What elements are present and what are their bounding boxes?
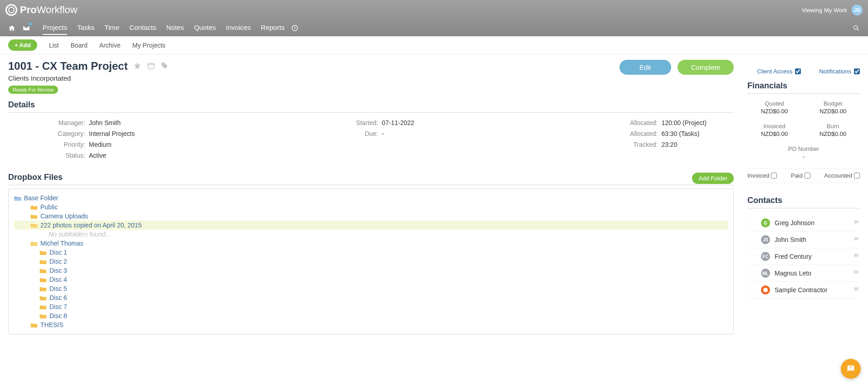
drag-handle-icon[interactable]: ⋮⋮: [747, 287, 756, 293]
folder-name: Public: [40, 203, 58, 211]
subnav-board[interactable]: Board: [71, 42, 88, 49]
nav-link-time[interactable]: Time: [105, 21, 120, 35]
home-icon[interactable]: [5, 22, 18, 34]
detail-row: Started:07-11-2022: [346, 119, 414, 126]
financial-check-paid[interactable]: Paid: [791, 172, 810, 179]
navbar: ProjectsTasksTimeContactsNotesQuotesInvo…: [0, 20, 868, 36]
detail-value: 63:30 (Tasks): [661, 130, 699, 137]
subnav-my-projects[interactable]: My Projects: [132, 42, 166, 49]
complete-button[interactable]: Complete: [678, 60, 734, 75]
detail-row: Allocated:120:00 (Project): [626, 119, 707, 126]
drag-handle-icon[interactable]: ⋮⋮: [747, 237, 756, 243]
nav-link-invoices[interactable]: Invoices: [226, 21, 251, 35]
logo[interactable]: ProWorkflow: [5, 4, 78, 16]
add-button[interactable]: +Add: [8, 39, 37, 51]
folder-icon: [30, 322, 38, 328]
svg-point-1: [854, 25, 858, 29]
folder-item[interactable]: Disc 8: [14, 311, 728, 320]
folder-item[interactable]: Public: [14, 203, 728, 212]
folder-item[interactable]: Disc 3: [14, 266, 728, 275]
drag-handle-icon[interactable]: ⋮⋮: [747, 254, 756, 260]
nav-link-reports[interactable]: Reports: [261, 21, 285, 35]
folder-item[interactable]: Disc 1: [14, 248, 728, 257]
detail-value: -: [382, 130, 384, 137]
contact-avatar: FC: [761, 252, 770, 261]
client-access-toggle[interactable]: Client Access: [757, 68, 801, 75]
folder-item[interactable]: Michel Thomas: [14, 239, 728, 248]
folder-item[interactable]: Camera Uploads: [14, 212, 728, 221]
nav-link-contacts[interactable]: Contacts: [129, 21, 156, 35]
calendar-icon[interactable]: [147, 62, 155, 71]
detail-value: 23:20: [661, 141, 677, 148]
contact-avatar: ML: [761, 269, 770, 278]
folder-item[interactable]: 222 photos copied on April 20, 2015: [14, 221, 728, 230]
detail-label: Priority:: [54, 141, 85, 148]
folder-icon: [30, 204, 38, 210]
viewing-my-work[interactable]: Viewing My Work: [802, 7, 847, 14]
details-grid: Manager:John SmithCategory:Internal Proj…: [8, 119, 734, 159]
drag-handle-icon[interactable]: ⋮⋮: [747, 270, 756, 276]
folder-item[interactable]: Disc 6: [14, 293, 728, 302]
nav-link-projects[interactable]: Projects: [43, 21, 67, 35]
notifications-toggle[interactable]: Notifications: [819, 68, 860, 75]
detail-row: Status:Active: [54, 152, 135, 159]
add-folder-button[interactable]: Add Folder: [692, 173, 734, 184]
contact-row[interactable]: ⋮⋮GGreg Johnson: [747, 215, 860, 232]
chat-icon[interactable]: [853, 270, 860, 277]
contact-row[interactable]: ⋮⋮FCFred Century: [747, 248, 860, 265]
contact-row[interactable]: ⋮⋮Sample Contractor: [747, 282, 860, 299]
folder-name: 222 photos copied on April 20, 2015: [40, 222, 141, 229]
detail-row: Due:-: [346, 130, 414, 137]
folder-name: THESIS: [40, 321, 63, 328]
detail-value: Active: [89, 152, 106, 159]
edit-button[interactable]: Edit: [619, 60, 671, 75]
folder-item[interactable]: Disc 4: [14, 275, 728, 284]
financial-check-invoiced[interactable]: Invoiced: [747, 172, 777, 179]
logo-icon: [5, 4, 17, 16]
folder-item[interactable]: THESIS: [14, 320, 728, 329]
folder-name: Michel Thomas: [40, 240, 83, 247]
detail-value: 07-11-2022: [382, 119, 414, 126]
contact-row[interactable]: ⋮⋮JSJohn Smith: [747, 232, 860, 248]
detail-label: Status:: [54, 152, 85, 159]
user-avatar[interactable]: JS: [852, 5, 863, 15]
logo-text: ProWorkflow: [20, 4, 78, 16]
chat-icon[interactable]: [853, 253, 860, 261]
folder-item[interactable]: Disc 7: [14, 302, 728, 311]
folder-item[interactable]: Disc 2: [14, 257, 728, 266]
tag-icon[interactable]: [161, 62, 169, 71]
financial-item: InvoicedNZD$0.00: [747, 123, 801, 137]
folder-item[interactable]: Disc 5: [14, 284, 728, 293]
chat-icon[interactable]: [853, 219, 860, 227]
dropbox-heading: Dropbox Files: [8, 173, 734, 185]
subnav-list[interactable]: List: [49, 42, 59, 49]
detail-label: Tracked:: [626, 141, 658, 148]
chat-icon[interactable]: [853, 286, 860, 294]
detail-label: Manager:: [54, 119, 85, 126]
folder-icon: [39, 295, 47, 300]
folder-name: Disc 1: [49, 249, 67, 256]
topbar: ProWorkflow Viewing My Work JS: [0, 0, 868, 20]
subnav-archive[interactable]: Archive: [99, 42, 121, 49]
file-tree: Base FolderPublicCamera Uploads222 photo…: [8, 188, 734, 334]
financial-check-accounted[interactable]: Accounted: [824, 172, 860, 179]
folder-icon: [30, 213, 38, 219]
mail-icon[interactable]: [20, 22, 33, 34]
drag-handle-icon[interactable]: ⋮⋮: [747, 220, 756, 226]
folder-name: Camera Uploads: [40, 212, 88, 220]
project-header: 1001 - CX Team Project Clients Incorport…: [8, 60, 734, 94]
chat-icon[interactable]: [853, 236, 860, 244]
detail-label: Started:: [346, 119, 378, 126]
folder-item[interactable]: Base Folder: [14, 193, 728, 203]
clock-icon[interactable]: [288, 22, 301, 34]
financials-heading: Financials: [747, 81, 860, 94]
star-icon[interactable]: [133, 62, 141, 71]
contacts-heading: Contacts: [747, 196, 860, 208]
nav-link-tasks[interactable]: Tasks: [77, 21, 94, 35]
nav-link-quotes[interactable]: Quotes: [194, 21, 216, 35]
search-icon[interactable]: [850, 22, 863, 34]
detail-row: Allocated:63:30 (Tasks): [626, 130, 707, 137]
contact-row[interactable]: ⋮⋮MLMagnus Leto: [747, 265, 860, 282]
folder-icon: [39, 286, 47, 291]
nav-link-notes[interactable]: Notes: [166, 21, 184, 35]
